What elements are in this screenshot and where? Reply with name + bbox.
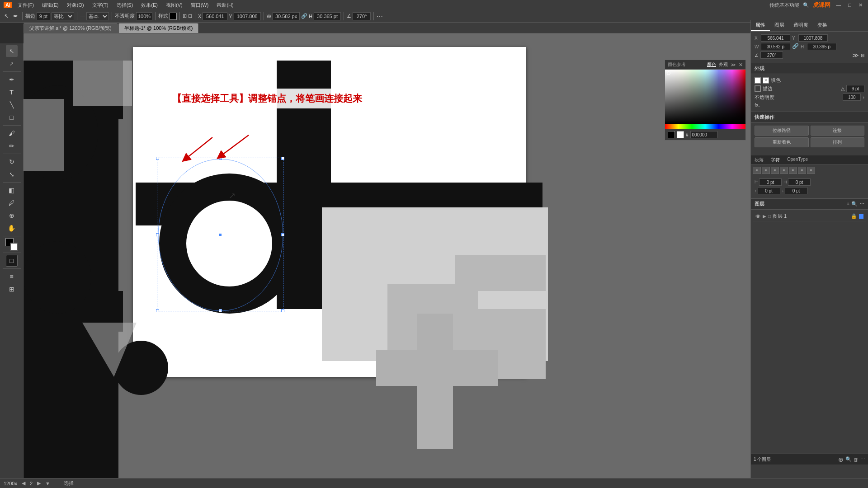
align-center-btn[interactable]: ≡: [762, 167, 770, 174]
collapse-icon[interactable]: ⊟: [861, 53, 864, 58]
hue-slider[interactable]: [665, 124, 745, 129]
layer-search-btn[interactable]: 🔍: [845, 456, 852, 462]
layer-visibility-0[interactable]: 👁: [755, 213, 761, 220]
minimize-btn[interactable]: —: [834, 2, 843, 8]
direct-selection-tool-btn[interactable]: ↗: [6, 58, 18, 70]
align-justify-btn[interactable]: ≡: [780, 167, 788, 174]
lock-icon[interactable]: 🔗: [301, 13, 307, 19]
menu-view[interactable]: 视图(V): [163, 2, 185, 9]
menu-help[interactable]: 帮助(H): [214, 2, 236, 9]
h-input[interactable]: [314, 12, 341, 20]
extra-tools-btn[interactable]: ≡: [6, 271, 18, 282]
indent-left-input[interactable]: [759, 178, 782, 186]
color-panel-close[interactable]: ✕: [739, 62, 743, 68]
right-tab-properties[interactable]: 属性: [751, 20, 770, 31]
grid-btn[interactable]: ⊞: [6, 283, 18, 295]
align-justify-r-btn[interactable]: ≡: [798, 167, 806, 174]
stroke-swatch-widget[interactable]: [10, 243, 18, 251]
align-right-btn[interactable]: ≡: [771, 167, 779, 174]
layer-lock-0[interactable]: 🔒: [851, 213, 857, 219]
layer-search-icon[interactable]: 🔍: [851, 201, 858, 207]
gradient-tool-btn[interactable]: ◧: [6, 184, 18, 196]
menu-edit[interactable]: 编辑(E): [39, 2, 61, 9]
hand-tool-btn[interactable]: ✋: [6, 222, 18, 234]
layer-options-btn[interactable]: ⋯: [860, 456, 865, 462]
opacity-input[interactable]: [136, 12, 152, 20]
align-icon[interactable]: ⊟: [188, 13, 192, 19]
join-btn[interactable]: 连接: [811, 126, 865, 136]
black-swatch[interactable]: [668, 131, 675, 138]
layer-delete-btn[interactable]: 🗑: [854, 457, 859, 462]
menu-text[interactable]: 文字(T): [90, 2, 111, 9]
grid-icon[interactable]: ⊞: [183, 13, 187, 19]
page-selector[interactable]: ▼: [45, 481, 50, 486]
w-input[interactable]: [273, 12, 300, 20]
white-swatch[interactable]: [677, 131, 684, 138]
fill-style-select[interactable]: 基本: [86, 12, 109, 20]
pencil-tool-btn[interactable]: ✏: [6, 140, 18, 152]
expand-icon[interactable]: ≫: [852, 52, 859, 59]
align-justify-l-btn[interactable]: ≡: [789, 167, 797, 174]
layer-add-icon[interactable]: +: [847, 201, 849, 207]
fill-stroke-widget[interactable]: [5, 238, 18, 251]
stroke-black-swatch[interactable]: [755, 85, 761, 92]
zoom-tool-btn[interactable]: ⊕: [6, 210, 18, 221]
scale-tool-btn[interactable]: ⤡: [6, 169, 18, 180]
layer-expand-0[interactable]: ▶: [763, 214, 766, 219]
text-tool-btn[interactable]: T: [6, 86, 18, 98]
paintbrush-tool-btn[interactable]: 🖌: [6, 127, 18, 139]
angle-prop-input[interactable]: [760, 52, 783, 59]
tab-1[interactable]: 半标题-1* @ 100% (RGB/预览): [118, 23, 199, 33]
screen-mode-btn[interactable]: □: [6, 255, 18, 267]
align-left-btn[interactable]: ≡: [753, 167, 761, 174]
layer-settings-icon[interactable]: ⋯: [859, 201, 864, 207]
char-tab[interactable]: 字符: [767, 155, 783, 164]
y-input[interactable]: [234, 12, 261, 20]
style-swatch[interactable]: [170, 13, 177, 20]
hex-input[interactable]: [690, 131, 717, 138]
space-after-input[interactable]: [785, 187, 807, 194]
quick-ops-header[interactable]: 快速操作: [751, 112, 868, 123]
angle-input[interactable]: [353, 12, 371, 20]
color-tab-2[interactable]: 外观: [719, 61, 728, 68]
offset-path-btn[interactable]: 位移路径: [755, 126, 809, 136]
space-before-input[interactable]: [758, 187, 780, 194]
right-tab-layers[interactable]: 图层: [770, 20, 789, 31]
align-justify-full-btn[interactable]: ≡: [807, 167, 815, 174]
maximize-btn[interactable]: □: [846, 2, 853, 8]
tool-icon-1[interactable]: ↖: [3, 13, 10, 19]
menu-object[interactable]: 对象(O): [64, 2, 87, 9]
arrange-btn[interactable]: 排列: [811, 137, 865, 147]
rotate-tool-btn[interactable]: ↻: [6, 156, 18, 168]
right-tab-transparency[interactable]: 透明度: [789, 20, 813, 31]
x-prop-input[interactable]: [761, 34, 790, 42]
opacity-prop-input[interactable]: [843, 94, 861, 101]
color-spectrum[interactable]: [665, 70, 745, 124]
rect-tool-btn[interactable]: □: [6, 112, 18, 123]
stroke-width-input[interactable]: [37, 12, 50, 20]
layer-name-0[interactable]: 图层 1: [773, 213, 849, 220]
menu-window[interactable]: 窗口(W): [188, 2, 212, 9]
stroke-width-prop[interactable]: [846, 85, 864, 92]
nav-left[interactable]: ◀: [22, 480, 25, 486]
close-btn[interactable]: ✕: [857, 2, 864, 8]
para-tab[interactable]: 段落: [751, 155, 767, 164]
appearance-header[interactable]: 外观: [751, 63, 868, 74]
fill-white-swatch[interactable]: [755, 77, 761, 84]
menu-effect[interactable]: 效果(E): [138, 2, 160, 9]
pen-tool-btn[interactable]: ✒: [6, 74, 18, 85]
opentype-tab[interactable]: OpenType: [783, 155, 811, 164]
zoom-level[interactable]: 1200x: [4, 481, 17, 486]
opacity-expand[interactable]: ›: [863, 94, 864, 100]
stroke-style-select[interactable]: 等比: [52, 12, 74, 20]
tool-icon-2[interactable]: ✒: [12, 13, 19, 19]
recolor-btn[interactable]: 重新着色: [755, 137, 809, 147]
y-prop-input[interactable]: [798, 34, 828, 42]
more-tools-icon[interactable]: ⋯: [377, 13, 383, 20]
h-prop-input[interactable]: [807, 43, 836, 50]
color-tab-1[interactable]: 颜色: [707, 61, 716, 68]
right-tab-transform[interactable]: 变换: [813, 20, 832, 31]
w-prop-input[interactable]: [761, 43, 790, 50]
selection-tool-btn[interactable]: ↖: [6, 45, 18, 57]
layer-add-btn[interactable]: ⊕: [838, 456, 844, 463]
